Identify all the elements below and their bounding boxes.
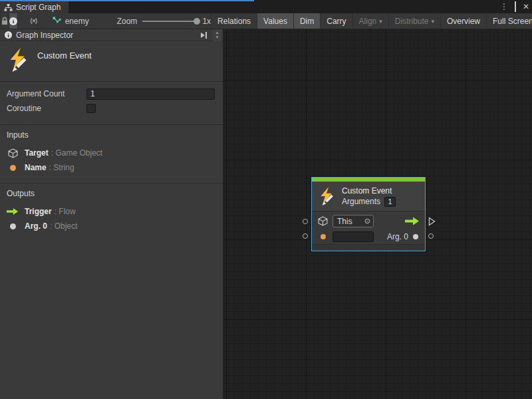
dock-panel-button[interactable] xyxy=(199,32,209,39)
values-button[interactable]: Values xyxy=(257,13,293,29)
arguments-count-field[interactable]: 1 xyxy=(384,197,396,207)
input-port-this[interactable] xyxy=(303,219,308,224)
carry-button[interactable]: Carry xyxy=(320,13,352,29)
event-name-input[interactable] xyxy=(332,231,374,242)
zoom-label: Zoom xyxy=(117,17,138,26)
cube-icon xyxy=(318,216,328,226)
full-screen-button[interactable]: Full Screen xyxy=(486,13,532,29)
selected-unit-title: Custom Event xyxy=(37,48,92,61)
port-type: : String xyxy=(49,163,74,172)
inputs-section: Inputs Target : Game Object Name : Strin… xyxy=(0,125,223,184)
custom-event-node[interactable]: Custom Event Arguments 1 This ⊙ xyxy=(311,177,426,251)
chevron-down-icon: ▾ xyxy=(431,18,434,25)
graph-breadcrumb[interactable]: enemy xyxy=(38,13,98,29)
output-port-trigger[interactable] xyxy=(428,217,436,226)
cube-icon xyxy=(8,148,18,158)
tab-script-graph[interactable]: Script Graph xyxy=(0,1,68,13)
graph-inspector-panel: i Graph Inspector ▲ ▼ Custom Event Argum… xyxy=(0,29,223,399)
string-port-dot xyxy=(10,165,16,171)
arg0-label: Arg. 0 xyxy=(387,232,408,241)
target-value: This xyxy=(337,217,352,226)
inputs-heading: Inputs xyxy=(7,130,216,140)
scrub-down-icon: ▼ xyxy=(215,35,219,40)
maximize-icon xyxy=(515,1,516,12)
argument-count-label: Argument Count xyxy=(7,89,86,98)
dock-icon xyxy=(201,33,205,38)
output-row-arg0: Arg. 0 : Object xyxy=(7,219,216,233)
graph-toolbar: i ⟨×⟩ enemy Zoom 1x Relations Values Dim… xyxy=(0,13,532,29)
graph-window-icon xyxy=(4,3,13,12)
inspector-titlebar: i Graph Inspector ▲ ▼ xyxy=(0,29,223,41)
port-name: Target xyxy=(25,148,49,158)
node-body: This ⊙ Arg. 0 xyxy=(312,211,425,244)
info-icon: i xyxy=(9,17,17,25)
node-title: Custom Event xyxy=(342,186,396,196)
port-name: Trigger xyxy=(25,207,52,216)
graph-name: enemy xyxy=(65,17,89,26)
output-row-trigger: Trigger : Flow xyxy=(7,204,216,219)
argument-count-input[interactable]: 1 xyxy=(86,88,215,100)
output-port-arg0[interactable] xyxy=(428,233,434,239)
dim-button[interactable]: Dim xyxy=(293,13,320,29)
input-row-name: Name : String xyxy=(7,160,216,175)
window-titlebar: Script Graph ⋮ ✕ xyxy=(0,0,532,13)
custom-event-icon xyxy=(7,48,31,72)
coroutine-label: Coroutine xyxy=(7,104,86,113)
object-port-dot xyxy=(10,223,16,229)
input-row-target: Target : Game Object xyxy=(7,146,216,160)
port-type: : Object xyxy=(50,221,77,231)
inspector-toggle-button[interactable]: i xyxy=(9,13,18,29)
close-button[interactable]: ✕ xyxy=(523,0,529,13)
zoom-slider-thumb[interactable] xyxy=(194,18,200,25)
align-button[interactable]: Align ▾ xyxy=(352,13,388,29)
selected-unit-header: Custom Event xyxy=(0,41,223,82)
lock-icon xyxy=(1,17,9,25)
object-picker-icon: ⊙ xyxy=(364,217,370,225)
object-port-dot xyxy=(413,234,418,239)
toolbar-button-group: Relations Values Dim Carry Align ▾ Distr… xyxy=(211,13,532,29)
flow-arrow-icon xyxy=(405,217,420,225)
panel-scrubber[interactable]: ▲ ▼ xyxy=(213,29,221,41)
distribute-button[interactable]: Distribute ▾ xyxy=(388,13,440,29)
window-menu-button[interactable]: ⋮ xyxy=(500,0,508,13)
port-name: Arg. 0 xyxy=(25,221,47,231)
overview-button[interactable]: Overview xyxy=(440,13,486,29)
zoom-value: 1x xyxy=(202,17,211,26)
scrub-up-icon: ▲ xyxy=(215,31,219,35)
lock-button[interactable] xyxy=(0,13,9,29)
input-port-name[interactable] xyxy=(303,233,308,239)
port-type: : Game Object xyxy=(51,148,102,158)
graph-canvas[interactable]: Custom Event Arguments 1 This ⊙ xyxy=(223,29,532,399)
relations-button[interactable]: Relations xyxy=(211,13,257,29)
port-name: Name xyxy=(25,163,47,172)
maximize-button[interactable] xyxy=(515,0,516,13)
node-header: Custom Event Arguments 1 xyxy=(312,182,425,211)
outputs-heading: Outputs xyxy=(7,189,216,198)
inspector-title: Graph Inspector xyxy=(16,31,195,40)
code-view-icon: ⟨×⟩ xyxy=(30,17,37,25)
port-type: : Flow xyxy=(55,207,76,216)
tab-title: Script Graph xyxy=(16,3,61,12)
custom-event-icon xyxy=(318,187,336,205)
script-graph-asset-icon xyxy=(53,17,61,25)
flow-arrow-icon xyxy=(7,207,19,215)
chevron-down-icon: ▾ xyxy=(379,18,382,25)
node-footer xyxy=(312,244,425,249)
event-settings: Argument Count 1 Coroutine xyxy=(0,82,223,125)
string-port-dot xyxy=(321,234,326,239)
outputs-section: Outputs Trigger : Flow Arg. 0 : Object xyxy=(0,184,223,241)
arguments-label: Arguments xyxy=(342,197,380,206)
target-object-dropdown[interactable]: This ⊙ xyxy=(332,215,374,227)
coroutine-checkbox[interactable] xyxy=(86,104,96,113)
zoom-slider[interactable] xyxy=(142,21,197,22)
info-icon: i xyxy=(5,31,12,39)
code-view-button[interactable]: ⟨×⟩ xyxy=(30,13,38,29)
